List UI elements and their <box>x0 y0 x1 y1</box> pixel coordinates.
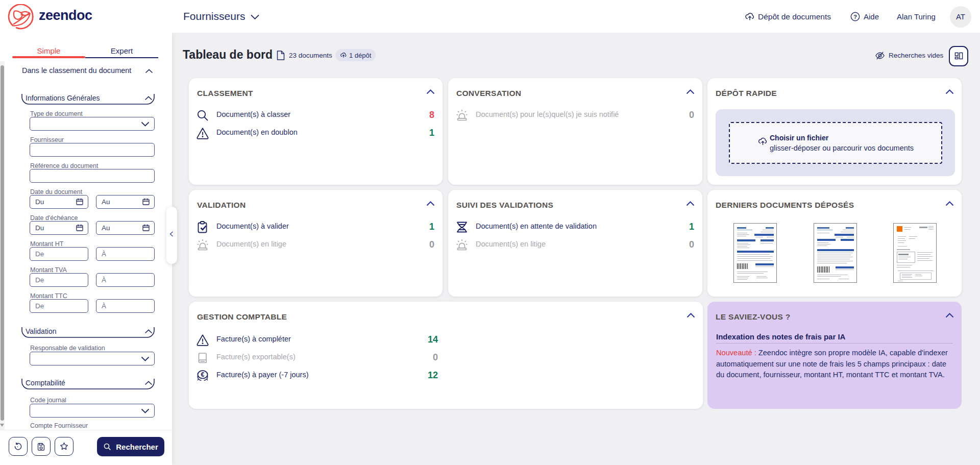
svg-text:€: € <box>201 371 205 378</box>
svg-text:?: ? <box>853 14 857 20</box>
